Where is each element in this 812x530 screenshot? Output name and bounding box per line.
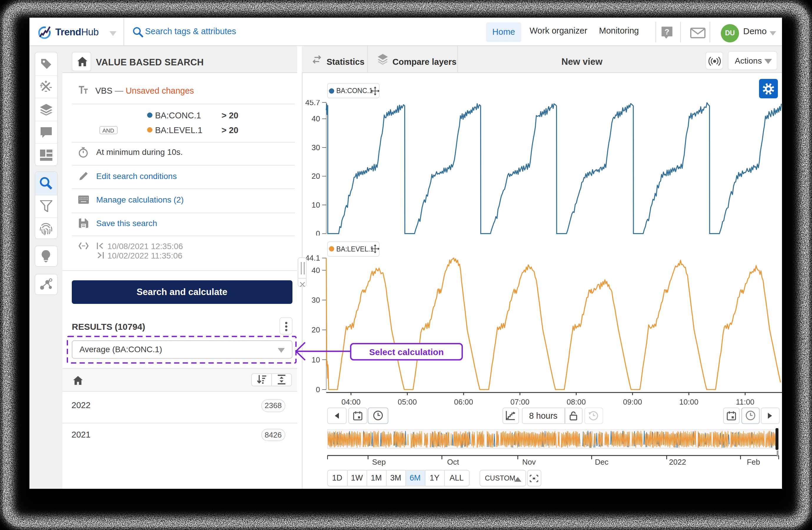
svg-text:45.7: 45.7 <box>305 100 320 107</box>
svg-text:40: 40 <box>311 266 320 275</box>
svg-text:30: 30 <box>311 296 320 305</box>
svg-text:40: 40 <box>311 114 320 123</box>
svg-text:0: 0 <box>316 229 320 236</box>
svg-text:30: 30 <box>311 143 320 152</box>
svg-text:10: 10 <box>311 355 320 364</box>
svg-text:10: 10 <box>311 200 320 209</box>
svg-text:?: ? <box>665 27 669 36</box>
svg-text:20: 20 <box>311 172 320 181</box>
svg-text:44.1: 44.1 <box>305 253 320 262</box>
svg-text:0: 0 <box>316 385 320 394</box>
svg-text:20: 20 <box>311 325 320 334</box>
